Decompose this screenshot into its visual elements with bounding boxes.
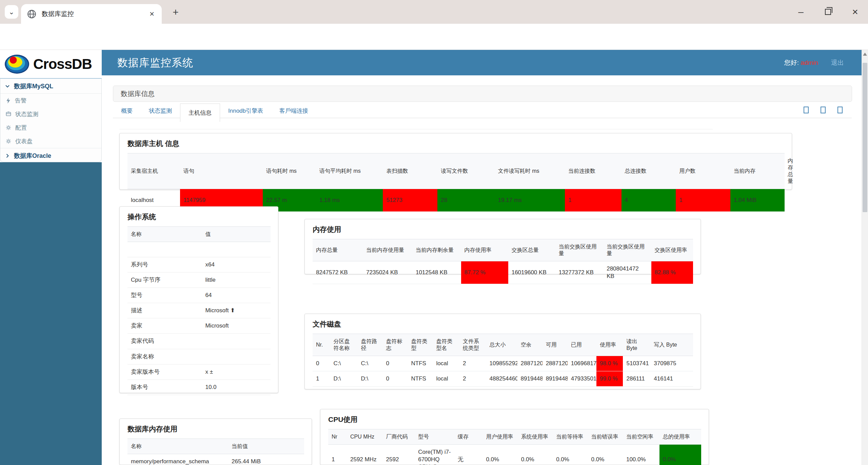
column-header: 型号 (415, 429, 454, 445)
table-cell: Cpu 字节序 (127, 273, 202, 288)
window-close-button[interactable]: × (844, 0, 866, 24)
db-memory-table: 名称当前值 memory/performance_schema265.44 Mi… (127, 439, 304, 465)
table-cell: 265.44 MiB (228, 454, 304, 465)
browser-window: { "colors": { "red":"#ff0000", "green":"… (0, 0, 868, 465)
os-info-card: 操作系统 名称值 系列号x64Cpu 字节序little型号64描述Micros… (119, 206, 278, 393)
page-scrollbar[interactable] (862, 50, 868, 465)
table-cell: 13277372 KB (555, 261, 603, 284)
column-header: 采集宿主机 (127, 153, 180, 189)
column-header: 文件系统类型 (459, 334, 486, 356)
column-header: 空余 (517, 334, 542, 356)
tab-overview[interactable]: 概要 (113, 104, 141, 118)
sidebar-item-config[interactable]: 配置 (0, 121, 101, 134)
column-header: 盘符路径 (357, 334, 382, 356)
card-title: 操作系统 (120, 207, 278, 222)
table-cell: 8919448 (542, 371, 568, 387)
tab-search-button[interactable]: ⌄ (5, 5, 18, 19)
table-cell: memory/performance_schema (127, 454, 228, 465)
status-cell: 51273 (383, 189, 437, 212)
table-cell: 100.0% (623, 445, 659, 465)
table-row: 版本号10.0 (127, 379, 271, 395)
table-row: 描述Microsoft ⬆ (127, 303, 271, 318)
lightning-icon (6, 98, 11, 104)
panel-tool-icon-2[interactable] (821, 107, 826, 113)
memory-usage-card: 内存使用 内存总量当前内存使用量当前内存剩余量内存使用率交换区总量当前交换区使用… (304, 219, 701, 274)
panel-title: 数据库信息 (121, 89, 155, 98)
scroll-up-arrow-icon[interactable] (863, 53, 867, 56)
table-cell: NTFS (408, 356, 433, 371)
scrollbar-thumb[interactable] (863, 63, 867, 212)
gear-icon (6, 125, 11, 130)
table-cell: 1 (328, 445, 347, 465)
tab-client-connections[interactable]: 客戶端连接 (271, 104, 316, 118)
panel-tool-icon-3[interactable] (837, 107, 843, 113)
tab-host-info[interactable]: 主机信息 (180, 104, 220, 122)
new-tab-button[interactable]: + (169, 5, 182, 19)
window-restore-button[interactable] (817, 0, 839, 24)
table-cell: Microsoft (202, 318, 271, 334)
sidebar-item-alerts[interactable]: 告警 (0, 94, 101, 107)
column-header: 总连接数 (622, 153, 676, 189)
status-cell: 1 (565, 189, 622, 212)
column-header: 系统使用率 (518, 429, 553, 445)
column-header: 盘符标志 (382, 334, 408, 356)
host-info-table: 采集宿主机语句语句耗时 ms语句平均耗时 ms表扫描数读写文件数文件读写耗时 m… (127, 153, 784, 212)
tab-close-icon[interactable]: × (148, 9, 156, 19)
chevron-right-icon (5, 153, 10, 158)
window-minimize-button[interactable]: – (790, 0, 812, 24)
sidebar-group-oracle[interactable]: 数据库Oracle (0, 148, 101, 163)
column-header: 当前错误率 (588, 429, 623, 445)
sidebar-item-status-monitor[interactable]: 状态监测 (0, 107, 101, 121)
table-cell: 109855292 (486, 356, 517, 371)
gear-icon (6, 138, 11, 144)
table-cell: Core(TM) i7-6700HQ CPU @ (415, 445, 454, 465)
column-header: 文件读写耗时 ms (495, 153, 565, 189)
browser-tabstrip: ⌄ 数据库监控 × + – × (0, 0, 868, 24)
tab-innodb-engine[interactable]: Innodb引擎表 (220, 104, 271, 118)
column-header: 语句耗时 ms (263, 153, 316, 189)
table-row: 卖家Microsoft (127, 318, 271, 334)
app-header: 数据库监控系统 您好: admin 退出 (102, 50, 862, 75)
panel-tool-icon-1[interactable] (804, 107, 809, 113)
table-cell: 卖家名称 (127, 349, 202, 364)
table-cell: 416141 (650, 371, 693, 387)
logout-link[interactable]: 退出 (831, 58, 844, 67)
table-cell: 2887120 (517, 356, 542, 371)
column-header: 盘符类型名 (433, 334, 460, 356)
column-header: 交换区总量 (508, 239, 555, 261)
table-cell: 2592 (383, 445, 415, 465)
status-cell: 0.0% (659, 445, 701, 465)
column-header: 当前空闲率 (623, 429, 659, 445)
crossdb-logo-icon (4, 54, 30, 74)
table-cell: 2 (459, 371, 486, 387)
logo-text: CrossDB (33, 56, 92, 72)
column-header: 当前值 (228, 439, 304, 454)
table-cell: 0 (382, 371, 408, 387)
table-cell: C:\ (330, 356, 358, 371)
column-header: CPU MHz (347, 429, 383, 445)
table-row: 1D:\D:\0NTFSlocal24882544608919448891944… (313, 371, 693, 387)
table-row: memory/performance_schema265.44 MiB (127, 454, 304, 465)
table-cell: 16019600 KB (508, 261, 555, 284)
sidebar: 数据库MySQL 告警 状态监测 配置 仪表盘 数据库Oracle (0, 79, 102, 162)
column-header: 当前交换区使用量 (555, 239, 603, 261)
table-row (127, 242, 271, 257)
column-header: 内存总量 (313, 239, 363, 261)
column-header: 名称 (127, 439, 228, 454)
content-divider (119, 129, 713, 129)
os-info-table: 名称值 系列号x64Cpu 字节序little型号64描述Microsoft ⬆… (127, 226, 271, 395)
table-cell: NTFS (408, 371, 433, 387)
browser-tab[interactable]: 数据库监控 × (21, 4, 162, 24)
table-cell: 0.0% (482, 445, 517, 465)
table-cell: 1 (313, 371, 330, 387)
sidebar-group-mysql[interactable]: 数据库MySQL (0, 79, 101, 94)
table-cell: 描述 (127, 303, 202, 318)
card-title: 数据库主机 信息 (120, 133, 792, 148)
sidebar-item-dashboard[interactable]: 仪表盘 (0, 134, 101, 148)
card-title: CPU使用 (320, 409, 709, 424)
column-header: 厂商代码 (383, 429, 415, 445)
table-cell: 0.0% (553, 445, 588, 465)
tab-status-monitor[interactable]: 状态监测 (141, 104, 180, 118)
card-title: 数据库内存使用 (120, 419, 312, 434)
table-cell: x ± (202, 364, 271, 379)
